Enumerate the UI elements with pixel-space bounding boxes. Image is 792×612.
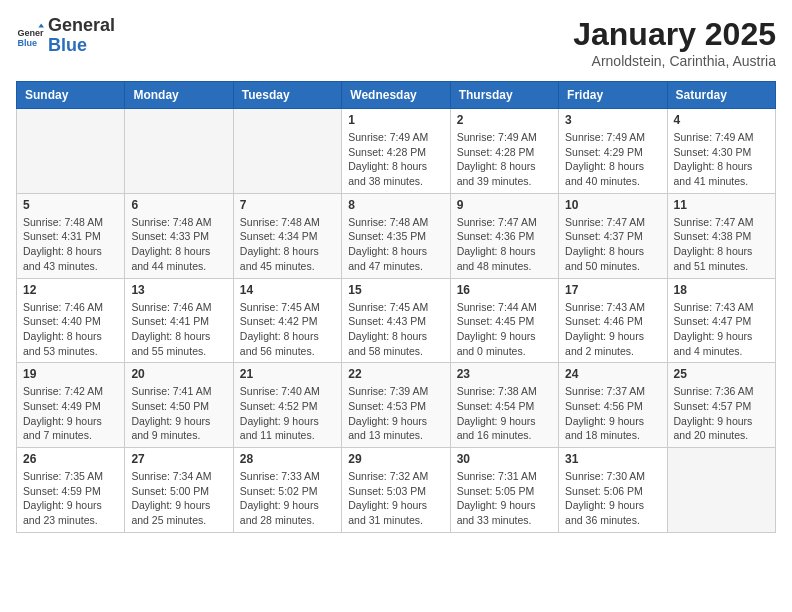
day-info: Sunrise: 7:43 AMSunset: 4:46 PMDaylight:… (565, 300, 660, 359)
day-info: Sunrise: 7:45 AMSunset: 4:43 PMDaylight:… (348, 300, 443, 359)
day-number: 28 (240, 452, 335, 466)
day-info: Sunrise: 7:46 AMSunset: 4:40 PMDaylight:… (23, 300, 118, 359)
weekday-header: Sunday (17, 82, 125, 109)
day-info: Sunrise: 7:47 AMSunset: 4:37 PMDaylight:… (565, 215, 660, 274)
calendar-day-cell: 23Sunrise: 7:38 AMSunset: 4:54 PMDayligh… (450, 363, 558, 448)
calendar-day-cell: 18Sunrise: 7:43 AMSunset: 4:47 PMDayligh… (667, 278, 775, 363)
calendar-day-cell (233, 109, 341, 194)
day-info: Sunrise: 7:49 AMSunset: 4:28 PMDaylight:… (348, 130, 443, 189)
day-info: Sunrise: 7:35 AMSunset: 4:59 PMDaylight:… (23, 469, 118, 528)
day-number: 8 (348, 198, 443, 212)
day-info: Sunrise: 7:44 AMSunset: 4:45 PMDaylight:… (457, 300, 552, 359)
day-info: Sunrise: 7:37 AMSunset: 4:56 PMDaylight:… (565, 384, 660, 443)
day-number: 21 (240, 367, 335, 381)
day-info: Sunrise: 7:48 AMSunset: 4:31 PMDaylight:… (23, 215, 118, 274)
calendar-table: SundayMondayTuesdayWednesdayThursdayFrid… (16, 81, 776, 533)
calendar-day-cell: 17Sunrise: 7:43 AMSunset: 4:46 PMDayligh… (559, 278, 667, 363)
calendar-day-cell: 31Sunrise: 7:30 AMSunset: 5:06 PMDayligh… (559, 448, 667, 533)
day-info: Sunrise: 7:33 AMSunset: 5:02 PMDaylight:… (240, 469, 335, 528)
day-info: Sunrise: 7:32 AMSunset: 5:03 PMDaylight:… (348, 469, 443, 528)
calendar-day-cell: 30Sunrise: 7:31 AMSunset: 5:05 PMDayligh… (450, 448, 558, 533)
calendar-day-cell: 5Sunrise: 7:48 AMSunset: 4:31 PMDaylight… (17, 193, 125, 278)
calendar-day-cell: 6Sunrise: 7:48 AMSunset: 4:33 PMDaylight… (125, 193, 233, 278)
day-info: Sunrise: 7:34 AMSunset: 5:00 PMDaylight:… (131, 469, 226, 528)
calendar-day-cell: 11Sunrise: 7:47 AMSunset: 4:38 PMDayligh… (667, 193, 775, 278)
logo-text: General Blue (48, 16, 115, 56)
calendar-day-cell (17, 109, 125, 194)
day-info: Sunrise: 7:47 AMSunset: 4:36 PMDaylight:… (457, 215, 552, 274)
svg-text:General: General (17, 28, 44, 38)
day-number: 30 (457, 452, 552, 466)
calendar-day-cell: 4Sunrise: 7:49 AMSunset: 4:30 PMDaylight… (667, 109, 775, 194)
calendar-day-cell: 13Sunrise: 7:46 AMSunset: 4:41 PMDayligh… (125, 278, 233, 363)
calendar-day-cell (125, 109, 233, 194)
day-number: 13 (131, 283, 226, 297)
weekday-header: Wednesday (342, 82, 450, 109)
calendar-day-cell: 21Sunrise: 7:40 AMSunset: 4:52 PMDayligh… (233, 363, 341, 448)
weekday-header: Thursday (450, 82, 558, 109)
day-number: 24 (565, 367, 660, 381)
day-number: 1 (348, 113, 443, 127)
day-info: Sunrise: 7:43 AMSunset: 4:47 PMDaylight:… (674, 300, 769, 359)
calendar-day-cell: 14Sunrise: 7:45 AMSunset: 4:42 PMDayligh… (233, 278, 341, 363)
calendar-day-cell: 10Sunrise: 7:47 AMSunset: 4:37 PMDayligh… (559, 193, 667, 278)
day-info: Sunrise: 7:48 AMSunset: 4:34 PMDaylight:… (240, 215, 335, 274)
weekday-header: Saturday (667, 82, 775, 109)
day-info: Sunrise: 7:46 AMSunset: 4:41 PMDaylight:… (131, 300, 226, 359)
day-info: Sunrise: 7:31 AMSunset: 5:05 PMDaylight:… (457, 469, 552, 528)
logo-general: General (48, 16, 115, 36)
day-number: 12 (23, 283, 118, 297)
day-number: 19 (23, 367, 118, 381)
calendar-week-row: 1Sunrise: 7:49 AMSunset: 4:28 PMDaylight… (17, 109, 776, 194)
day-number: 26 (23, 452, 118, 466)
day-number: 6 (131, 198, 226, 212)
day-number: 16 (457, 283, 552, 297)
calendar-day-cell: 20Sunrise: 7:41 AMSunset: 4:50 PMDayligh… (125, 363, 233, 448)
day-number: 2 (457, 113, 552, 127)
page-header: General Blue General Blue January 2025 A… (16, 16, 776, 69)
calendar-day-cell: 22Sunrise: 7:39 AMSunset: 4:53 PMDayligh… (342, 363, 450, 448)
logo-blue: Blue (48, 36, 115, 56)
day-info: Sunrise: 7:36 AMSunset: 4:57 PMDaylight:… (674, 384, 769, 443)
day-number: 10 (565, 198, 660, 212)
calendar-day-cell: 24Sunrise: 7:37 AMSunset: 4:56 PMDayligh… (559, 363, 667, 448)
calendar-day-cell: 25Sunrise: 7:36 AMSunset: 4:57 PMDayligh… (667, 363, 775, 448)
day-info: Sunrise: 7:39 AMSunset: 4:53 PMDaylight:… (348, 384, 443, 443)
weekday-header: Friday (559, 82, 667, 109)
calendar-day-cell: 19Sunrise: 7:42 AMSunset: 4:49 PMDayligh… (17, 363, 125, 448)
day-number: 15 (348, 283, 443, 297)
calendar-header-row: SundayMondayTuesdayWednesdayThursdayFrid… (17, 82, 776, 109)
calendar-day-cell: 26Sunrise: 7:35 AMSunset: 4:59 PMDayligh… (17, 448, 125, 533)
day-info: Sunrise: 7:41 AMSunset: 4:50 PMDaylight:… (131, 384, 226, 443)
calendar-day-cell: 27Sunrise: 7:34 AMSunset: 5:00 PMDayligh… (125, 448, 233, 533)
calendar-day-cell: 9Sunrise: 7:47 AMSunset: 4:36 PMDaylight… (450, 193, 558, 278)
calendar-day-cell: 16Sunrise: 7:44 AMSunset: 4:45 PMDayligh… (450, 278, 558, 363)
day-info: Sunrise: 7:48 AMSunset: 4:33 PMDaylight:… (131, 215, 226, 274)
calendar-day-cell: 15Sunrise: 7:45 AMSunset: 4:43 PMDayligh… (342, 278, 450, 363)
svg-text:Blue: Blue (17, 38, 37, 48)
day-info: Sunrise: 7:42 AMSunset: 4:49 PMDaylight:… (23, 384, 118, 443)
calendar-week-row: 12Sunrise: 7:46 AMSunset: 4:40 PMDayligh… (17, 278, 776, 363)
day-info: Sunrise: 7:49 AMSunset: 4:28 PMDaylight:… (457, 130, 552, 189)
svg-marker-2 (38, 23, 44, 27)
day-number: 17 (565, 283, 660, 297)
day-info: Sunrise: 7:40 AMSunset: 4:52 PMDaylight:… (240, 384, 335, 443)
calendar-week-row: 5Sunrise: 7:48 AMSunset: 4:31 PMDaylight… (17, 193, 776, 278)
calendar-day-cell: 8Sunrise: 7:48 AMSunset: 4:35 PMDaylight… (342, 193, 450, 278)
calendar-day-cell: 12Sunrise: 7:46 AMSunset: 4:40 PMDayligh… (17, 278, 125, 363)
calendar-day-cell (667, 448, 775, 533)
weekday-header: Monday (125, 82, 233, 109)
day-number: 29 (348, 452, 443, 466)
calendar-week-row: 19Sunrise: 7:42 AMSunset: 4:49 PMDayligh… (17, 363, 776, 448)
day-number: 31 (565, 452, 660, 466)
calendar-day-cell: 29Sunrise: 7:32 AMSunset: 5:03 PMDayligh… (342, 448, 450, 533)
day-info: Sunrise: 7:49 AMSunset: 4:29 PMDaylight:… (565, 130, 660, 189)
calendar-day-cell: 28Sunrise: 7:33 AMSunset: 5:02 PMDayligh… (233, 448, 341, 533)
day-number: 27 (131, 452, 226, 466)
day-number: 14 (240, 283, 335, 297)
day-info: Sunrise: 7:47 AMSunset: 4:38 PMDaylight:… (674, 215, 769, 274)
day-info: Sunrise: 7:38 AMSunset: 4:54 PMDaylight:… (457, 384, 552, 443)
calendar-day-cell: 7Sunrise: 7:48 AMSunset: 4:34 PMDaylight… (233, 193, 341, 278)
day-info: Sunrise: 7:49 AMSunset: 4:30 PMDaylight:… (674, 130, 769, 189)
calendar-day-cell: 1Sunrise: 7:49 AMSunset: 4:28 PMDaylight… (342, 109, 450, 194)
